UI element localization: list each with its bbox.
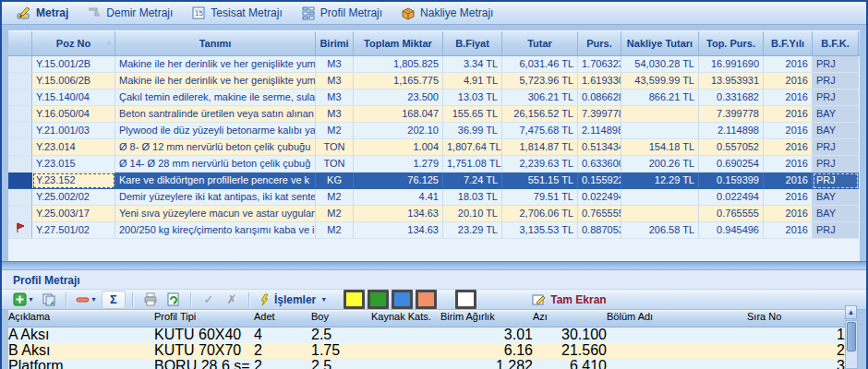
cell-birimi[interactable]: TON	[316, 139, 354, 156]
cell-purs[interactable]: 0.633600	[578, 156, 621, 173]
cell-nakliye-tutari[interactable]: 866.21 TL	[621, 89, 699, 106]
column-header-poz-no[interactable]: Poz No▵	[32, 31, 115, 55]
cell-nakliye-tutari[interactable]: 43,599.99 TL	[621, 73, 699, 89]
tab-nakliye-metraji[interactable]: Nakliye Metrajı	[395, 3, 502, 24]
row-indicator[interactable]	[8, 123, 32, 139]
color-swatch-orange[interactable]	[416, 290, 437, 309]
table-row[interactable]: Y.25.002/02Demir yüzeylere iki kat antip…	[8, 189, 860, 206]
cell-kaynak-kats[interactable]	[371, 327, 440, 343]
cell-sira-no[interactable]: 2	[747, 343, 845, 359]
cell-birimi[interactable]: KG	[316, 173, 354, 189]
cell-bf-yili[interactable]: 2016	[764, 139, 813, 156]
column-header-bfiyat[interactable]: B.Fiyat	[443, 31, 502, 55]
add-row-button[interactable]: ▼	[11, 292, 36, 308]
cell-poz-no[interactable]: Y.23.015	[32, 156, 115, 173]
column-header-profil-tipi[interactable]: Profil Tipi	[154, 311, 254, 327]
table-row[interactable]: Y.15.006/2BMakine ile her derinlik ve he…	[8, 73, 860, 89]
cell-adet[interactable]: 4	[254, 327, 311, 343]
table-row[interactable]: Y.27.501/02200/250 kg kireç/çimento karı…	[8, 222, 860, 239]
cell-birimi[interactable]: TON	[316, 156, 354, 173]
confirm-button[interactable]: ✓	[199, 292, 219, 308]
sum-button[interactable]: Σ	[102, 291, 126, 309]
color-swatch-yellow[interactable]	[344, 290, 365, 309]
cell-boy[interactable]: 2.5	[311, 359, 371, 369]
cell-birim-agirlik[interactable]: 6.16	[440, 343, 533, 359]
cell-bfk[interactable]: PRJ	[813, 139, 859, 156]
cell-purs[interactable]: 7.399778	[578, 106, 621, 123]
cell-bfiyat[interactable]: 3.34 TL	[443, 56, 502, 73]
column-header-tanimi[interactable]: Tanımı	[115, 31, 316, 55]
cell-purs[interactable]: 0.513434	[578, 139, 621, 156]
print-button[interactable]	[140, 292, 161, 308]
cell-bfk[interactable]: PRJ	[813, 56, 859, 73]
table-row[interactable]: Y.25.003/17Yeni sıva yüzeylere macun ve …	[8, 206, 860, 222]
cell-sira-no[interactable]: 1	[747, 327, 845, 343]
cell-tanimi[interactable]: Makine ile her derinlik ve her genişlikt…	[115, 56, 316, 73]
color-swatch-green[interactable]	[368, 290, 389, 309]
cell-birimi[interactable]: M3	[316, 56, 354, 73]
cancel-button[interactable]: ✗	[222, 292, 242, 308]
cell-tanimi[interactable]: Demir yüzeylere iki kat antipas, iki kat…	[115, 189, 316, 206]
remove-row-button[interactable]: ▼	[74, 292, 99, 308]
cell-tutar[interactable]: 26,156.52 TL	[502, 106, 578, 123]
row-indicator[interactable]	[8, 56, 32, 73]
cell-poz-no[interactable]: Y.23.014	[32, 139, 115, 156]
tam-ekran-button[interactable]: Tam Ekran	[530, 292, 608, 308]
row-indicator[interactable]	[8, 139, 32, 156]
cell-azi[interactable]: 30.100	[533, 327, 607, 343]
column-header-adet[interactable]: Adet	[254, 311, 311, 327]
cell-poz-no[interactable]: Y.27.501/02	[32, 222, 115, 239]
cell-top-purs[interactable]: 13.953931	[699, 73, 764, 89]
cell-tutar[interactable]: 79.51 TL	[502, 189, 578, 206]
cell-nakliye-tutari[interactable]: 54,030.28 TL	[621, 56, 699, 73]
cell-bf-yili[interactable]: 2016	[764, 156, 813, 173]
tab-metraj[interactable]: Metraj	[11, 3, 78, 24]
cell-birim-agirlik[interactable]: 3.01	[440, 327, 533, 343]
scrollbar-up-arrow[interactable]: ▲	[845, 305, 857, 319]
cell-top-purs[interactable]: 0.945496	[699, 222, 764, 239]
cell-toplam-miktar[interactable]: 1.279	[354, 156, 443, 173]
cell-bfiyat[interactable]: 20.10 TL	[443, 206, 502, 222]
cell-bolum-adi[interactable]	[607, 343, 747, 359]
cell-nakliye-tutari[interactable]: 12.29 TL	[621, 173, 699, 189]
cell-bf-yili[interactable]: 2016	[764, 206, 813, 222]
cell-tanimi[interactable]: Plywood ile düz yüzeyli betonarme kalıbı…	[115, 123, 316, 139]
color-swatch-blue[interactable]	[392, 290, 413, 309]
table-row[interactable]: Y.21.001/03Plywood ile düz yüzeyli beton…	[8, 123, 860, 139]
column-header-tutar[interactable]: Tutar	[502, 31, 578, 55]
cell-purs[interactable]: 1.706323	[578, 56, 621, 73]
cell-bfiyat[interactable]: 18.03 TL	[443, 189, 502, 206]
tab-profil-metraji[interactable]: Profil Metrajı	[295, 3, 392, 24]
table-row[interactable]: Y.23.014Ø 8- Ø 12 mm nervürlü beton çeli…	[8, 139, 860, 156]
cell-bfk[interactable]: PRJ	[813, 173, 859, 189]
cell-nakliye-tutari[interactable]	[621, 106, 699, 123]
cell-purs[interactable]: 1.619330	[578, 73, 621, 89]
cell-nakliye-tutari[interactable]: 154.18 TL	[621, 139, 699, 156]
column-header-nakliye-tutari[interactable]: Nakliye Tutarı	[621, 31, 699, 55]
cell-tanimi[interactable]: Ø 8- Ø 12 mm nervürlü beton çelik çubuğu	[115, 139, 316, 156]
cell-bf-yili[interactable]: 2016	[764, 222, 813, 239]
cell-toplam-miktar[interactable]: 134.63	[354, 206, 443, 222]
cell-bfiyat[interactable]: 23.29 TL	[443, 222, 502, 239]
cell-poz-no[interactable]: Y.15.140/04	[32, 89, 115, 106]
cell-poz-no[interactable]: Y.21.001/03	[32, 123, 115, 139]
cell-birimi[interactable]: M2	[316, 206, 354, 222]
cell-bf-yili[interactable]: 2016	[764, 123, 813, 139]
column-header-purs[interactable]: Purs.	[578, 31, 621, 55]
column-header-bfk[interactable]: B.F.K.	[813, 31, 859, 55]
cell-bfiyat[interactable]: 4.91 TL	[443, 73, 502, 89]
cell-top-purs[interactable]: 0.557052	[699, 139, 764, 156]
cell-poz-no[interactable]: Y.15.001/2B	[32, 56, 115, 73]
row-indicator[interactable]	[8, 206, 32, 222]
color-swatch-white[interactable]	[455, 290, 476, 309]
cell-toplam-miktar[interactable]: 1,805.825	[354, 56, 443, 73]
table-row[interactable]: A AksıKUTU 60X40 s= 2 mm42.53.0130.1001	[8, 327, 851, 343]
cell-birimi[interactable]: M3	[316, 106, 354, 123]
horizontal-splitter[interactable]	[2, 261, 866, 270]
cell-adet[interactable]: 2	[254, 359, 311, 369]
cell-bf-yili[interactable]: 2016	[764, 56, 813, 73]
cell-profil-tipi[interactable]: KUTU 70X70 s= 3 mm	[154, 343, 254, 359]
cell-bfiyat[interactable]: 7.24 TL	[443, 173, 502, 189]
cell-bolum-adi[interactable]	[607, 359, 747, 369]
column-header-top-purs[interactable]: Top. Purs.	[699, 31, 764, 55]
